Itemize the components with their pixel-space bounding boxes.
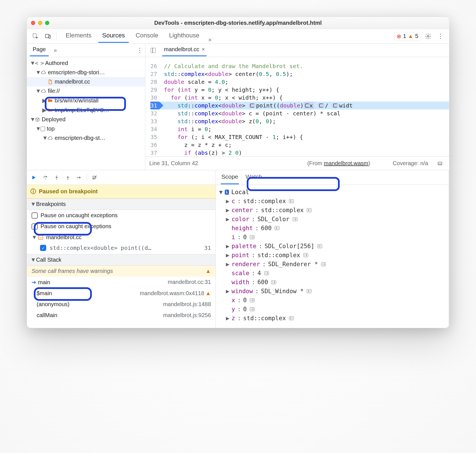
callstack-section-header[interactable]: ▼Call Stack xyxy=(27,254,215,266)
navigator-panel: Page » ⋮ ▼ < > Authored ▼ emscripten-dbg… xyxy=(27,44,145,170)
tree-origin[interactable]: ▼ emscripten-dbg-stori… xyxy=(27,68,145,77)
line-gutter[interactable]: 25262728293031323334353637 xyxy=(145,57,160,158)
step-over-icon[interactable] xyxy=(42,174,49,181)
breakpoint-entry[interactable]: ✓ std::complex<double> point((d… 31 xyxy=(27,243,215,254)
scope-variable[interactable]: y: 0 xyxy=(217,305,447,314)
callstack-frame[interactable]: $main mandelbrot.wasm:0x4118▲ xyxy=(27,288,215,299)
memory-icon[interactable] xyxy=(307,289,312,293)
scope-variable[interactable]: ▶ point: std::complex xyxy=(217,251,447,260)
window-zoom-button[interactable] xyxy=(45,21,49,25)
window-close-button[interactable] xyxy=(31,21,35,25)
window-minimize-button[interactable] xyxy=(38,21,42,25)
tree-file-active[interactable]: mandelbrot.cc xyxy=(27,77,145,86)
svg-rect-2 xyxy=(49,35,50,38)
step-out-icon[interactable] xyxy=(64,174,72,181)
tree-label: mandelbrot.cc xyxy=(55,79,90,85)
code-lines[interactable]: // Calculate and draw the Mandelbrot set… xyxy=(160,57,449,158)
breakpoint-checkbox[interactable]: ✓ xyxy=(40,245,46,251)
device-toolbar-icon[interactable] xyxy=(43,31,53,41)
scope-variable[interactable]: ▶ palette: SDL_Color[256] xyxy=(217,242,447,251)
memory-icon[interactable] xyxy=(250,307,255,311)
memory-icon[interactable] xyxy=(317,244,322,248)
svg-point-10 xyxy=(77,177,78,178)
navigator-more-tabs[interactable]: » xyxy=(52,47,59,53)
svg-point-3 xyxy=(427,35,429,37)
scope-group-label: Local xyxy=(231,189,249,196)
authored-group[interactable]: ▼ < > Authored xyxy=(27,58,145,68)
svg-rect-6 xyxy=(32,176,33,179)
warning-text: Some call frames have warnings xyxy=(32,268,205,274)
settings-icon[interactable] xyxy=(423,31,433,41)
step-icon[interactable] xyxy=(75,174,83,181)
tab-scope[interactable]: Scope xyxy=(221,171,239,184)
tab-lighthouse[interactable]: Lighthouse xyxy=(165,30,203,43)
scope-panel: Scope Watch ▼ L Local ▶ c: std::complex … xyxy=(216,170,449,328)
navigator-tab-page[interactable]: Page xyxy=(30,44,49,56)
tree-label: file:// xyxy=(48,88,60,94)
pause-uncaught-checkbox[interactable]: Pause on uncaught exceptions xyxy=(27,210,215,221)
folder-icon xyxy=(47,107,53,113)
callstack-frame[interactable]: (anonymous) mandelbrot.js:1488 xyxy=(27,299,215,310)
memory-icon[interactable] xyxy=(293,217,297,221)
separator xyxy=(56,33,57,40)
tab-sources[interactable]: Sources xyxy=(98,30,129,43)
scope-variable[interactable]: width: 600 xyxy=(217,278,447,287)
memory-icon[interactable] xyxy=(250,298,255,302)
toggle-nav-icon[interactable] xyxy=(148,45,158,55)
scope-variable[interactable]: ▶ color: SDL_Color xyxy=(217,215,447,224)
editor-tab[interactable]: mandelbrot.cc × xyxy=(162,44,206,56)
deactivate-breakpoints-icon[interactable] xyxy=(91,174,98,181)
script-icon: <> xyxy=(38,235,43,240)
tree-top[interactable]: ▼ top xyxy=(27,124,145,133)
local-badge-icon: L xyxy=(225,190,229,195)
show-console-drawer-icon[interactable] xyxy=(435,158,445,169)
tree-folder[interactable]: ▶ tmp/tmp.ELcTq2YC… xyxy=(27,105,145,115)
breakpoints-section-header[interactable]: ▼Breakpoints xyxy=(27,198,215,210)
tree-label: top xyxy=(47,125,55,132)
memory-icon[interactable] xyxy=(289,199,294,203)
close-tab-icon[interactable]: × xyxy=(202,46,205,53)
memory-icon[interactable] xyxy=(271,280,276,284)
scope-variable[interactable]: ▶ c: std::complex xyxy=(217,197,447,206)
scope-variable[interactable]: scale: 4 xyxy=(217,269,447,278)
tree-origin[interactable]: ▼ emscripten-dbg-st… xyxy=(27,133,145,143)
navigator-options-icon[interactable]: ⋮ xyxy=(137,47,142,54)
breakpoint-file[interactable]: ▼ <> mandelbrot.cc xyxy=(27,232,215,243)
resume-icon[interactable] xyxy=(30,174,38,181)
inspect-element-icon[interactable] xyxy=(30,31,41,41)
memory-icon[interactable] xyxy=(307,208,312,212)
memory-icon[interactable] xyxy=(303,253,308,257)
memory-icon[interactable] xyxy=(250,235,255,239)
scope-variable[interactable]: ▶ center: std::complex xyxy=(217,206,447,215)
scope-group[interactable]: ▼ L Local xyxy=(217,188,447,197)
memory-icon[interactable] xyxy=(264,271,269,275)
cloud-icon xyxy=(41,88,46,94)
more-tabs-button[interactable]: » xyxy=(206,36,214,43)
scope-variable[interactable]: ▶ window: SDL_Window * xyxy=(217,287,447,296)
callstack-frame[interactable]: ➔main mandelbrot.cc:31 xyxy=(27,277,215,288)
debugger-sidebar: ⓘ Paused on breakpoint ▼Breakpoints Paus… xyxy=(27,170,216,328)
callstack-frame[interactable]: callMain mandelbrot.js:9256 xyxy=(27,310,215,321)
tab-console[interactable]: Console xyxy=(132,30,162,43)
scope-variable[interactable]: i: 0 xyxy=(217,233,447,242)
step-into-icon[interactable] xyxy=(53,174,60,181)
memory-icon[interactable] xyxy=(321,262,326,266)
tree-origin-file[interactable]: ▼ file:// xyxy=(27,86,145,96)
scope-variable[interactable]: ▶ renderer: SDL_Renderer * xyxy=(217,260,447,269)
scope-variable[interactable]: ▶ z: std::complex xyxy=(217,314,447,323)
tab-watch[interactable]: Watch xyxy=(245,171,263,184)
pause-caught-checkbox[interactable]: Pause on caught exceptions xyxy=(27,221,215,232)
memory-icon[interactable] xyxy=(289,316,294,320)
svg-point-9 xyxy=(68,179,68,180)
scope-variable[interactable]: height: 600 xyxy=(217,224,447,233)
source-origin[interactable]: (From mandelbrot.wasm) xyxy=(307,160,370,167)
memory-icon[interactable] xyxy=(275,226,279,230)
more-options-icon[interactable]: ⋮ xyxy=(435,31,446,41)
tab-elements[interactable]: Elements xyxy=(62,30,95,43)
error-warning-counter[interactable]: ⊗ 1 ▲ 5 xyxy=(394,32,421,41)
source-origin-link[interactable]: mandelbrot.wasm xyxy=(324,160,368,166)
checkbox-label: Pause on caught exceptions xyxy=(41,223,111,230)
tree-folder[interactable]: ▶ b/s/w/ir/x/w/install xyxy=(27,96,145,105)
deployed-group[interactable]: ▼ Deployed xyxy=(27,115,145,124)
scope-variable[interactable]: x: 0 xyxy=(217,296,447,305)
